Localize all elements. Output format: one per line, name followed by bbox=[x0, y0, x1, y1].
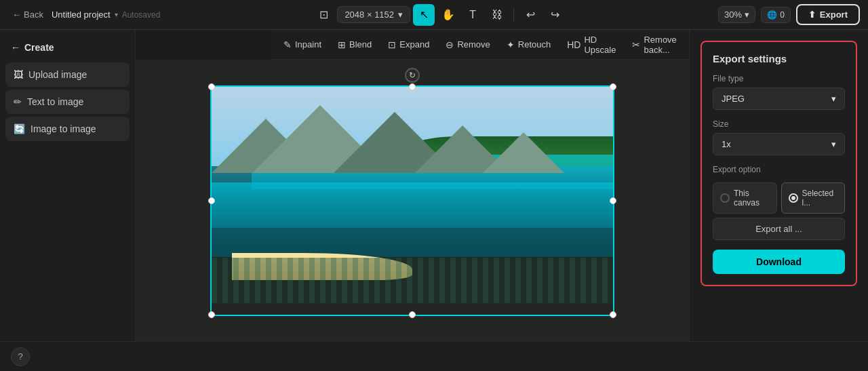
canvas-column: ✎ Inpaint ⊞ Blend ⊡ Expand ⊖ Remove ✦ Re… bbox=[136, 30, 689, 341]
canvas-size-chevron-icon: ▾ bbox=[398, 9, 403, 20]
handle-bottom-left[interactable] bbox=[208, 311, 215, 318]
upload-image-label: Upload image bbox=[28, 69, 87, 80]
sidebar-item-text-to-image[interactable]: ✏ Text to image bbox=[5, 90, 130, 114]
hd-upscale-label: HD Upscale bbox=[584, 35, 616, 55]
handle-top-right[interactable] bbox=[610, 83, 616, 90]
zoom-chevron-icon: ▾ bbox=[745, 9, 749, 20]
handle-bottom-mid[interactable] bbox=[409, 311, 416, 318]
selected-option[interactable]: Selected l... bbox=[781, 182, 846, 214]
remove-back-tool[interactable]: ✂ Remove back... bbox=[625, 31, 684, 58]
export-panel-inner: Export settings File type JPEG ▾ Size 1x… bbox=[701, 41, 857, 286]
export-settings-title: Export settings bbox=[713, 53, 845, 64]
retouch-tool[interactable]: ✦ Retouch bbox=[500, 36, 557, 54]
back-label: Back bbox=[24, 9, 43, 20]
select-tool-button[interactable]: ↖ bbox=[413, 4, 435, 26]
file-type-label: File type bbox=[713, 74, 845, 83]
icon-count-value: 0 bbox=[780, 10, 785, 20]
size-select[interactable]: 1x ▾ bbox=[713, 133, 845, 155]
this-canvas-option[interactable]: This canvas bbox=[713, 182, 777, 214]
icon-count-control[interactable]: 🌐 0 bbox=[761, 7, 791, 23]
handle-top-left[interactable] bbox=[208, 83, 215, 90]
export-options: Export option This canvas Selected l... … bbox=[713, 165, 845, 240]
radio-row: This canvas Selected l... bbox=[713, 182, 845, 214]
expand-label: Expand bbox=[399, 39, 429, 50]
bottom-bar: ? bbox=[0, 341, 868, 371]
this-canvas-radio[interactable] bbox=[720, 193, 730, 203]
help-icon: ? bbox=[18, 351, 22, 362]
file-type-select[interactable]: JPEG ▾ bbox=[713, 87, 845, 110]
undo-button[interactable]: ↩ bbox=[519, 4, 541, 26]
retouch-icon: ✦ bbox=[507, 39, 515, 50]
text-to-image-label: Text to image bbox=[27, 96, 83, 107]
topbar-right: 30% ▾ 🌐 0 ⬆ Export bbox=[718, 4, 860, 25]
zoom-value: 30% bbox=[724, 9, 742, 20]
sidebar: ← Create 🖼 Upload image ✏ Text to image … bbox=[0, 30, 136, 341]
remove-label: Remove bbox=[457, 39, 490, 50]
sidebar-header: ← Create bbox=[5, 38, 130, 57]
topbar-center: ⊡ 2048 × 1152 ▾ ↖ ✋ T ⛓ ↩ ↪ bbox=[165, 4, 713, 26]
help-button[interactable]: ? bbox=[11, 347, 30, 366]
autosaved-status: Autosaved bbox=[122, 10, 161, 20]
redo-button[interactable]: ↪ bbox=[544, 4, 566, 26]
remove-back-label: Remove back... bbox=[644, 35, 677, 55]
expand-tool[interactable]: ⊡ Expand bbox=[381, 36, 436, 54]
hd-upscale-tool[interactable]: HD HD Upscale bbox=[560, 31, 623, 58]
sidebar-item-image-to-image[interactable]: 🔄 Image to image bbox=[5, 117, 130, 141]
download-button[interactable]: Download bbox=[713, 250, 845, 274]
canvas-size-control[interactable]: 2048 × 1152 ▾ bbox=[337, 6, 410, 23]
canvas-area[interactable]: ↻ bbox=[136, 60, 689, 341]
hand-tool-button[interactable]: ✋ bbox=[437, 4, 459, 26]
inpaint-icon: ✎ bbox=[283, 39, 292, 50]
file-type-value: JPEG bbox=[722, 94, 745, 104]
hd-upscale-icon: HD bbox=[567, 39, 580, 50]
link-tool-button[interactable]: ⛓ bbox=[486, 4, 508, 26]
mountains-layer bbox=[212, 109, 613, 173]
canvas-container[interactable]: ↻ bbox=[210, 85, 614, 316]
create-back-icon: ← bbox=[11, 42, 20, 53]
text-tool-button[interactable]: T bbox=[462, 4, 484, 26]
selected-label: Selected l... bbox=[802, 189, 838, 208]
export-all-button[interactable]: Export all ... bbox=[713, 218, 845, 240]
globe-icon: 🌐 bbox=[767, 10, 777, 20]
topbar-left: ← Back Untitled project ▾ Autosaved bbox=[8, 7, 160, 22]
retouch-label: Retouch bbox=[518, 39, 551, 50]
topbar: ← Back Untitled project ▾ Autosaved ⊡ 20… bbox=[0, 0, 868, 30]
zoom-control[interactable]: 30% ▾ bbox=[718, 6, 755, 23]
chevron-down-icon[interactable]: ▾ bbox=[115, 11, 118, 18]
frames-icon[interactable]: ⊡ bbox=[313, 4, 334, 26]
file-type-chevron-icon: ▾ bbox=[831, 94, 836, 104]
back-arrow-icon: ← bbox=[12, 9, 21, 20]
remove-tool[interactable]: ⊖ Remove bbox=[439, 36, 496, 54]
size-chevron-icon: ▾ bbox=[831, 139, 836, 149]
handle-bottom-right[interactable] bbox=[610, 311, 616, 318]
secondary-toolbar: ✎ Inpaint ⊞ Blend ⊡ Expand ⊖ Remove ✦ Re… bbox=[271, 30, 689, 60]
image-to-image-icon: 🔄 bbox=[14, 123, 25, 134]
export-option-label: Export option bbox=[713, 165, 845, 174]
rotate-handle[interactable]: ↻ bbox=[405, 68, 420, 83]
reef-layer bbox=[212, 258, 613, 303]
handle-mid-right[interactable] bbox=[610, 197, 616, 204]
mountain-5 bbox=[483, 132, 564, 173]
blend-icon: ⊞ bbox=[338, 39, 346, 50]
sidebar-item-upload-image[interactable]: 🖼 Upload image bbox=[5, 62, 130, 87]
image-to-image-label: Image to image bbox=[31, 123, 96, 134]
text-to-image-icon: ✏ bbox=[14, 96, 22, 107]
selected-radio[interactable] bbox=[789, 193, 798, 203]
blend-tool[interactable]: ⊞ Blend bbox=[331, 36, 378, 54]
export-panel: Export settings File type JPEG ▾ Size 1x… bbox=[689, 30, 868, 341]
water-mid-layer bbox=[212, 182, 613, 228]
canvas-image bbox=[212, 87, 613, 315]
export-label: Export bbox=[820, 9, 848, 20]
expand-icon: ⊡ bbox=[388, 39, 396, 50]
export-all-label: Export all ... bbox=[755, 224, 802, 234]
size-label: Size bbox=[713, 119, 845, 129]
handle-mid-left[interactable] bbox=[208, 197, 215, 204]
inpaint-tool[interactable]: ✎ Inpaint bbox=[277, 36, 328, 54]
canvas-size-value: 2048 × 1152 bbox=[344, 9, 394, 20]
toolbar-divider bbox=[513, 8, 514, 22]
this-canvas-label: This canvas bbox=[734, 189, 770, 208]
back-button[interactable]: ← Back bbox=[8, 7, 47, 22]
handle-top-mid[interactable] bbox=[409, 83, 416, 90]
project-name[interactable]: Untitled project bbox=[52, 9, 111, 20]
export-button[interactable]: ⬆ Export bbox=[796, 4, 860, 25]
